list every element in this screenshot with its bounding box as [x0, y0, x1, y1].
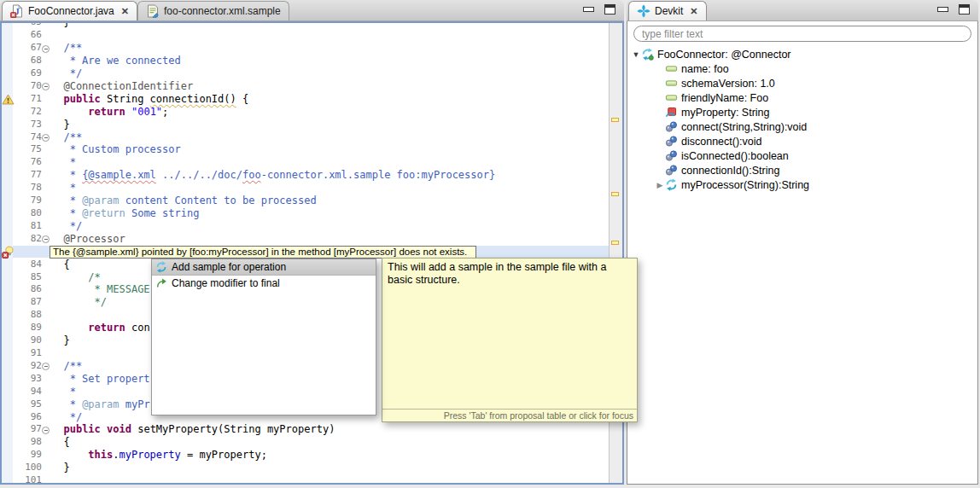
- fold-marker[interactable]: [42, 427, 50, 434]
- attribute-icon: [665, 91, 678, 104]
- tree-item-label: myProperty: String: [681, 107, 770, 119]
- tab-label: FooConnector.java: [28, 5, 114, 17]
- tree-item-label: myProcessor(String):String: [681, 179, 809, 191]
- minimize-icon[interactable]: [583, 7, 594, 12]
- fold-marker[interactable]: [42, 45, 50, 53]
- quickfix-error-icon[interactable]: [2, 246, 15, 259]
- processor-icon: [155, 261, 167, 273]
- devkit-window-buttons: [937, 4, 970, 15]
- devkit-content: ▼FooConnector: @Connectorname: fooschema…: [627, 21, 978, 485]
- tab-devkit[interactable]: Devkit ✕: [628, 1, 707, 20]
- tree-row-myprocessor[interactable]: ▶myProcessor(String):String: [627, 177, 977, 192]
- overview-marker[interactable]: [611, 192, 619, 196]
- processor-icon: [665, 178, 678, 191]
- tree-row-friendlyname[interactable]: friendlyName: Foo: [627, 90, 977, 105]
- tree-item-label: name: foo: [681, 63, 729, 75]
- quickfix-item-add-sample-for-operation[interactable]: Add sample for operation: [152, 259, 376, 276]
- tree-item-label: FooConnector: @Connector: [657, 49, 791, 61]
- devkit-logo-icon: [637, 4, 650, 18]
- eclipse-window: JFooConnector.java✕foo-connector.xml.sam…: [0, 0, 980, 488]
- java-file-error-icon: J: [10, 4, 24, 18]
- tree-row-name[interactable]: name: foo: [627, 61, 977, 76]
- editor-window-buttons: [583, 4, 615, 15]
- tree-item-label: connectionId():String: [681, 165, 779, 177]
- change-modifier-icon: [155, 277, 167, 289]
- quickfix-item-label: Change modifier to final: [172, 277, 280, 289]
- sample-file-icon: [146, 4, 160, 18]
- quickfix-info-text: This will add a sample in the sample fil…: [382, 259, 637, 289]
- fold-marker[interactable]: [42, 134, 50, 142]
- method-icon: [665, 164, 678, 177]
- devkit-tree: ▼FooConnector: @Connectorname: fooschema…: [627, 47, 977, 484]
- chevron-down-icon[interactable]: ▼: [631, 50, 641, 59]
- connector-icon: [641, 48, 654, 61]
- tree-item-label: disconnect():void: [681, 136, 762, 148]
- tree-row-myproperty[interactable]: myProperty: String: [627, 105, 977, 119]
- tree-row-fooconnector[interactable]: ▼FooConnector: @Connector: [627, 47, 977, 61]
- editor-tabbar: JFooConnector.java✕foo-connector.xml.sam…: [0, 0, 624, 21]
- tree-item-label: isConnected():boolean: [681, 150, 789, 162]
- tree-item-label: schemaVersion: 1.0: [681, 78, 775, 90]
- maximize-icon[interactable]: [604, 4, 615, 15]
- quickfix-popup[interactable]: Add sample for operationChange modifier …: [151, 259, 376, 415]
- tree-item-label: friendlyName: Foo: [681, 92, 768, 104]
- minimize-icon[interactable]: [937, 7, 948, 12]
- quickfix-item-label: Add sample for operation: [172, 261, 286, 273]
- tab-label: foo-connector.xml.sample: [164, 5, 281, 17]
- configurable-icon: [665, 106, 678, 119]
- quickfix-info-box: This will add a sample in the sample fil…: [382, 258, 638, 422]
- maximize-icon[interactable]: [959, 4, 970, 15]
- devkit-tab-label: Devkit: [655, 5, 683, 17]
- tree-item-label: connect(String,String):void: [681, 121, 807, 133]
- error-tooltip: The {@sample.xml} pointed by [foo:myProc…: [50, 246, 476, 259]
- method-icon: [665, 149, 678, 162]
- devkit-tabbar: Devkit ✕: [627, 0, 978, 21]
- tree-row-connectionid[interactable]: connectionId():String: [627, 163, 977, 177]
- close-icon[interactable]: ✕: [121, 6, 129, 17]
- tab-foo-connector-xml-sample[interactable]: foo-connector.xml.sample: [137, 1, 289, 20]
- attribute-icon: [665, 62, 678, 75]
- quickfix-item-change-modifier-to-final[interactable]: Change modifier to final: [152, 276, 376, 291]
- warning-icon[interactable]: [2, 93, 15, 106]
- close-icon[interactable]: ✕: [690, 6, 697, 17]
- devkit-panel: Devkit ✕ ▼FooConnector: @Connectorname: …: [627, 0, 978, 485]
- quickfix-info-footer: Press 'Tab' from proposal table or click…: [382, 409, 637, 421]
- overview-marker[interactable]: [611, 118, 619, 122]
- method-icon: [665, 135, 678, 148]
- filter-input[interactable]: [633, 26, 971, 42]
- method-icon: [665, 120, 678, 133]
- tree-row-isconnected[interactable]: isConnected():boolean: [627, 148, 977, 163]
- attribute-icon: [665, 77, 678, 90]
- overview-marker[interactable]: [611, 241, 619, 245]
- chevron-right-icon[interactable]: ▶: [655, 181, 665, 189]
- tab-fooconnector-java[interactable]: JFooConnector.java✕: [2, 1, 137, 20]
- tree-row-disconnect[interactable]: disconnect():void: [627, 134, 977, 148]
- tree-row-connect[interactable]: connect(String,String):void: [627, 119, 977, 134]
- tree-row-schemaversion[interactable]: schemaVersion: 1.0: [627, 76, 977, 90]
